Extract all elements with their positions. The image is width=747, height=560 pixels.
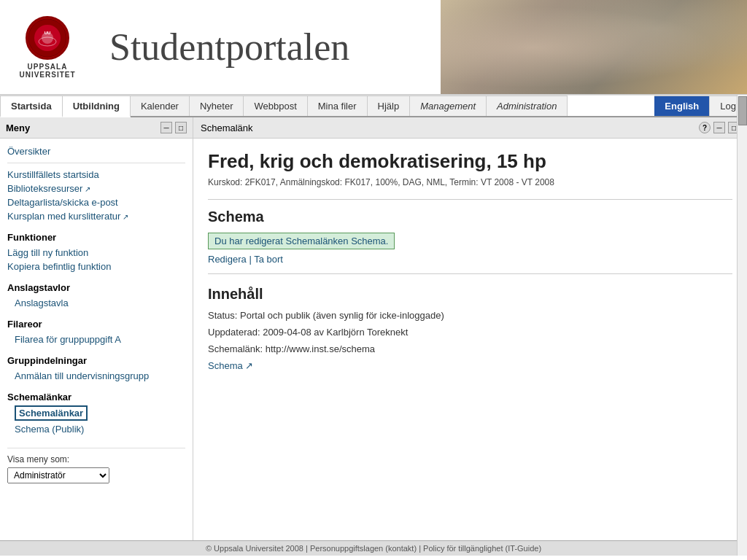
sidebar-content: Översikter Kurstillfällets startsida Bib… — [0, 139, 193, 489]
schemalank-url: Schemalänk: http://www.inst.se/schema — [208, 343, 732, 354]
content-panel: Schemalänk ? ─ □ Fred, krig och demokrat… — [193, 117, 747, 540]
sidebar-title: Meny — [6, 122, 30, 133]
content-header: Schemalänk ? ─ □ — [193, 117, 747, 139]
sidebar-link-kopiera[interactable]: Kopiera befintlig funktion — [7, 260, 185, 273]
sidebar-link-lagg-till[interactable]: Lägg till ny funktion — [7, 246, 185, 260]
sidebar-link-anslagstavla[interactable]: Anslagstavla — [7, 296, 185, 310]
ta-bort-link[interactable]: Ta bort — [254, 254, 283, 265]
course-title: Fred, krig och demokratisering, 15 hp — [208, 150, 732, 173]
sidebar-link-filarea[interactable]: Filarea för gruppuppgift A — [7, 332, 185, 346]
help-icon[interactable]: ? — [699, 122, 711, 133]
content-minimize-icon[interactable]: ─ — [713, 122, 725, 133]
main-content: Meny ─ □ Översikter Kurstillfällets star… — [0, 117, 747, 540]
sidebar-minimize-icon[interactable]: ─ — [160, 122, 172, 133]
nav-kalender[interactable]: Kalender — [131, 96, 190, 116]
svg-text:UU: UU — [44, 31, 51, 35]
visa-meny-label: Visa meny som: — [7, 454, 185, 464]
updated-info: Uppdaterad: 2009-04-08 av Karlbjörn Tore… — [208, 327, 732, 338]
logo-area: UU UPPSALA UNIVERSITET — [0, 9, 95, 86]
nav-english[interactable]: English — [654, 96, 710, 116]
sidebar-link-schemalank-selected[interactable]: Schemalänkar — [15, 405, 88, 421]
sidebar-link-kurstillfallet[interactable]: Kurstillfällets startsida — [7, 168, 185, 182]
header: UU UPPSALA UNIVERSITET Studentportalen — [0, 0, 747, 95]
sidebar-link-anmalan[interactable]: Anmälan till undervisningsgrupp — [7, 369, 185, 383]
scroll-thumb[interactable] — [738, 96, 747, 125]
sidebar-maximize-icon[interactable]: □ — [175, 122, 187, 133]
sidebar-anslagstavlor-header: Anslagstavlor — [7, 282, 185, 293]
header-image — [441, 0, 747, 95]
nav-webbpost[interactable]: Webbpost — [244, 96, 307, 116]
nav-management[interactable]: Management — [410, 96, 487, 116]
sidebar-filareor-header: Filareor — [7, 319, 185, 330]
nav-administration[interactable]: Administration — [487, 96, 568, 116]
scrollbar[interactable] — [737, 95, 747, 556]
course-meta: Kurskod: 2FK017, Anmälningskod: FK017, 1… — [208, 177, 732, 187]
sidebar-gruppindelningar-header: Gruppindelningar — [7, 355, 185, 366]
site-title: Studentportalen — [109, 26, 349, 69]
nav-startsida[interactable]: Startsida — [0, 96, 63, 117]
content-body: Fred, krig och demokratisering, 15 hp Ku… — [193, 139, 747, 383]
sidebar-link-schema-publik[interactable]: Schema (Publik) — [7, 422, 185, 436]
visa-meny-select[interactable]: Administratör Student — [7, 467, 109, 483]
schema-external-link[interactable]: Schema ↗ — [208, 360, 253, 371]
nav-utbildning[interactable]: Utbildning — [63, 96, 131, 117]
navbar: Startsida Utbildning Kalender Nyheter We… — [0, 95, 747, 117]
nav-mina-filer[interactable]: Mina filer — [308, 96, 368, 116]
redigera-link[interactable]: Redigera — [208, 254, 247, 265]
sidebar-schemalank-header: Schemalänkar — [7, 392, 185, 402]
sidebar-funktioner-header: Funktioner — [7, 232, 185, 243]
edited-notice-link[interactable]: Du har redigerat Schemalänken Schema. — [208, 233, 395, 249]
content-header-icons: ? ─ □ — [699, 122, 740, 133]
university-logo: UU — [26, 16, 69, 60]
sidebar-link-bibliotek[interactable]: Biblioteksresurser — [7, 182, 185, 195]
sidebar-link-deltagarlista[interactable]: Deltagarlista/skicka e-post — [7, 195, 185, 209]
content-header-title: Schemalänk — [201, 122, 253, 133]
nav-nyheter[interactable]: Nyheter — [190, 96, 244, 116]
schema-section-title: Schema — [208, 209, 732, 225]
sidebar-header: Meny ─ □ — [0, 117, 193, 139]
visa-meny: Visa meny som: Administratör Student — [7, 448, 185, 483]
action-links: Redigera | Ta bort — [208, 254, 732, 265]
innehall-section-title: Innehåll — [208, 286, 732, 303]
sidebar-link-oversikter[interactable]: Översikter — [7, 144, 185, 158]
logo-text: UPPSALA UNIVERSITET — [19, 63, 75, 79]
header-photo — [441, 0, 747, 95]
sidebar-header-icons: ─ □ — [160, 122, 187, 133]
footer: © Uppsala Universitet 2008 | Personuppgi… — [0, 540, 747, 556]
nav-hjalp[interactable]: Hjälp — [368, 96, 411, 116]
sidebar-link-kursplan[interactable]: Kursplan med kurslitteratur — [7, 209, 185, 223]
status-info: Status: Portal och publik (även synlig f… — [208, 310, 732, 321]
sidebar: Meny ─ □ Översikter Kurstillfällets star… — [0, 117, 193, 540]
footer-text: © Uppsala Universitet 2008 | Personuppgi… — [206, 544, 541, 553]
